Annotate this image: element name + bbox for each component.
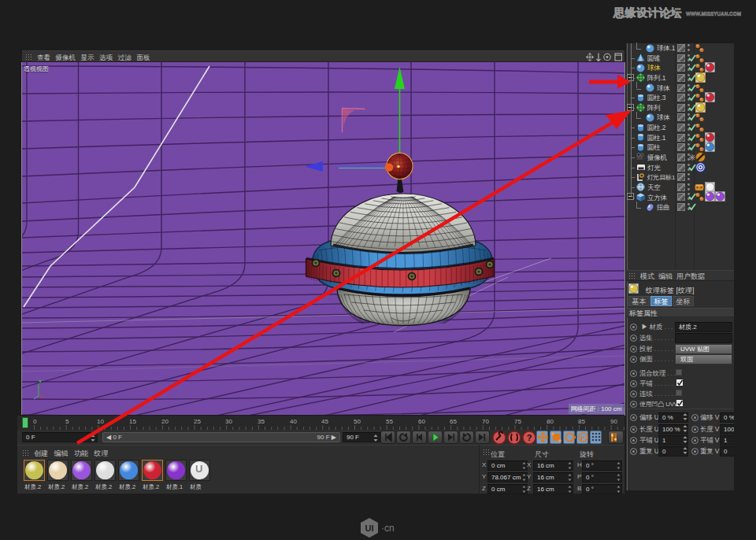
svg-text:·cn: ·cn	[381, 523, 395, 534]
svg-text:P: P	[581, 435, 586, 442]
svg-text:UI: UI	[365, 523, 374, 533]
svg-text:?: ?	[527, 433, 532, 442]
